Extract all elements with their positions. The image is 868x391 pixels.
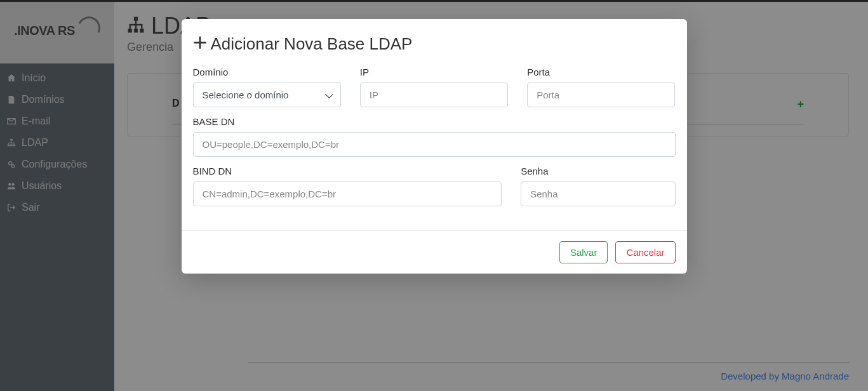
password-label: Senha [521, 166, 675, 176]
basedn-input[interactable] [193, 132, 676, 157]
binddn-label: BIND DN [193, 166, 502, 176]
port-input[interactable] [527, 83, 675, 107]
cancel-button[interactable]: Cancelar [615, 241, 675, 263]
modal-title-text: Adicionar Nova Base LDAP [211, 34, 413, 54]
add-ldap-modal: Adicionar Nova Base LDAP Domínio Selecio… [182, 19, 687, 274]
ip-input[interactable] [360, 83, 508, 107]
modal-footer: Salvar Cancelar [182, 230, 687, 274]
modal-body: Domínio Selecione o domínio IP Porta BAS… [182, 58, 687, 230]
binddn-input[interactable] [193, 182, 502, 206]
port-label: Porta [527, 67, 675, 77]
save-button[interactable]: Salvar [559, 241, 608, 263]
domain-label: Domínio [193, 67, 341, 77]
plus-icon [193, 34, 207, 54]
domain-select[interactable]: Selecione o domínio [193, 83, 341, 107]
modal-title: Adicionar Nova Base LDAP [193, 34, 676, 54]
ip-label: IP [360, 67, 508, 77]
password-input[interactable] [521, 182, 675, 206]
basedn-label: BASE DN [193, 116, 676, 127]
window-top-bar [0, 0, 868, 2]
modal-header: Adicionar Nova Base LDAP [182, 19, 687, 58]
